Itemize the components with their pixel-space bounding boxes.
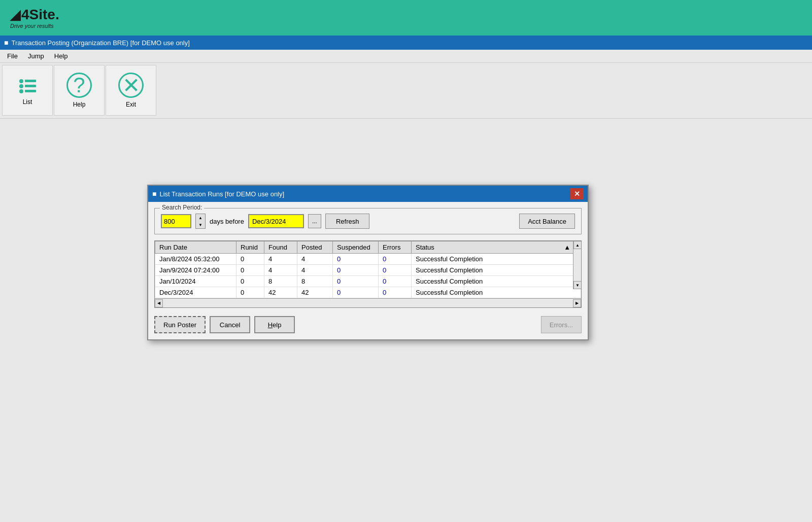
logo-symbol: ◢	[10, 7, 20, 23]
col-header-run-date: Run Date	[155, 241, 236, 254]
table-cell: 0	[379, 276, 412, 287]
table-cell: 0	[236, 276, 264, 287]
menu-bar: File Jump Help	[0, 50, 812, 63]
dialog-footer: Run Poster Cancel Help Errors...	[154, 314, 582, 333]
title-bar-icon: ■	[4, 39, 8, 47]
col-header-suspended: Suspended	[333, 241, 379, 254]
toolbar: List ? Help ✕ Exit	[0, 63, 812, 119]
col-header-errors: Errors	[379, 241, 412, 254]
cancel-button[interactable]: Cancel	[210, 316, 250, 333]
svg-point-0	[19, 79, 23, 83]
table-cell: Successful Completion	[412, 276, 581, 287]
scroll-up-button[interactable]: ▲	[573, 241, 581, 249]
logo-tagline: Drive your results	[10, 23, 59, 29]
search-period-row: ▲ ▼ days before ... Refresh Acct Balance	[161, 214, 575, 229]
acct-balance-button[interactable]: Acct Balance	[519, 214, 575, 229]
table-cell: 0	[333, 265, 379, 276]
top-bar: ◢ 4Site. Drive your results	[0, 0, 812, 36]
table-cell: 8	[264, 276, 297, 287]
help-underline-h: Help	[268, 321, 282, 329]
table-row[interactable]: Jan/10/202408800Successful Completion	[155, 276, 581, 287]
spinner-down-button[interactable]: ▼	[196, 221, 205, 228]
date-input[interactable]	[248, 214, 304, 228]
date-picker-button[interactable]: ...	[308, 214, 321, 228]
days-label-text: days before	[210, 218, 244, 225]
table-cell: Dec/3/2024	[155, 287, 236, 298]
col-header-runid: Runid	[236, 241, 264, 254]
table-cell: 0	[379, 287, 412, 298]
scroll-track-horizontal[interactable]	[163, 299, 573, 307]
help-icon: ?	[66, 73, 92, 98]
days-input[interactable]	[161, 214, 191, 228]
scroll-down-button[interactable]: ▼	[573, 281, 581, 289]
table-cell: Successful Completion	[412, 287, 581, 298]
table-row[interactable]: Jan/8/2024 05:32:0004400Successful Compl…	[155, 254, 581, 265]
col-header-status: Status ▲	[412, 241, 581, 254]
table-container: Run Date Runid Found Posted Suspended Er…	[154, 240, 582, 308]
table-cell: 42	[264, 287, 297, 298]
dialog-title-text: List Transaction Runs [for DEMO use only…	[159, 190, 284, 198]
toolbar-exit-button[interactable]: ✕ Exit	[106, 65, 156, 116]
table-cell: 4	[264, 265, 297, 276]
title-bar: ■ Transaction Posting (Organization BRE)…	[0, 36, 812, 50]
search-period-group: Search Period: ▲ ▼ days before ... Refre…	[154, 208, 582, 234]
exit-icon: ✕	[118, 73, 144, 98]
scroll-left-button[interactable]: ◀	[155, 299, 163, 307]
list-icon	[17, 75, 38, 95]
table-body: Jan/8/2024 05:32:0004400Successful Compl…	[155, 254, 581, 298]
title-bar-text: Transaction Posting (Organization BRE) […	[11, 39, 189, 47]
svg-rect-4	[25, 85, 36, 87]
toolbar-list-button[interactable]: List	[2, 65, 53, 116]
table-cell: 0	[333, 276, 379, 287]
dialog-close-button[interactable]: ✕	[570, 188, 584, 199]
modal-overlay: ■ List Transaction Runs [for DEMO use on…	[0, 119, 812, 522]
table-cell: 4	[264, 254, 297, 265]
table-cell: 0	[236, 254, 264, 265]
refresh-button[interactable]: Refresh	[325, 214, 370, 229]
menu-file[interactable]: File	[2, 51, 23, 61]
run-poster-button[interactable]: Run Poster	[154, 316, 206, 333]
dialog-body: Search Period: ▲ ▼ days before ... Refre…	[148, 202, 588, 339]
table-cell: 0	[333, 287, 379, 298]
table-row[interactable]: Dec/3/20240424200Successful Completion	[155, 287, 581, 298]
days-spinner: ▲ ▼	[195, 214, 206, 229]
errors-button[interactable]: Errors...	[541, 316, 582, 333]
table-cell: Successful Completion	[412, 254, 581, 265]
logo-text: 4Site.	[21, 8, 59, 22]
help-button[interactable]: Help	[254, 316, 295, 333]
table-cell: 8	[297, 276, 333, 287]
svg-point-2	[19, 89, 23, 93]
table-cell: 42	[297, 287, 333, 298]
spinner-up-button[interactable]: ▲	[196, 214, 205, 221]
table-cell: 0	[333, 254, 379, 265]
table-cell: Successful Completion	[412, 265, 581, 276]
table-vertical-scrollbar[interactable]: ▲ ▼	[573, 241, 581, 289]
dialog-title-bar: ■ List Transaction Runs [for DEMO use on…	[148, 186, 588, 202]
table-cell: 0	[236, 265, 264, 276]
col-header-found: Found	[264, 241, 297, 254]
table-cell: 0	[379, 254, 412, 265]
dialog-title-left: ■ List Transaction Runs [for DEMO use on…	[152, 190, 284, 198]
search-period-legend: Search Period:	[160, 204, 204, 211]
table-cell: 4	[297, 254, 333, 265]
table-cell: Jan/10/2024	[155, 276, 236, 287]
table-header-row: Run Date Runid Found Posted Suspended Er…	[155, 241, 581, 254]
menu-help[interactable]: Help	[49, 51, 73, 61]
toolbar-list-label: List	[23, 98, 32, 106]
table-cell: 0	[379, 265, 412, 276]
svg-point-1	[19, 84, 23, 88]
toolbar-help-button[interactable]: ? Help	[54, 65, 105, 116]
svg-rect-5	[25, 90, 36, 92]
dialog-title-icon: ■	[152, 190, 156, 198]
scroll-track-vertical[interactable]	[573, 249, 581, 281]
table-horizontal-scrollbar[interactable]: ◀ ▶	[155, 298, 581, 307]
menu-jump[interactable]: Jump	[23, 51, 49, 61]
table-row[interactable]: Jan/9/2024 07:24:0004400Successful Compl…	[155, 265, 581, 276]
data-table: Run Date Runid Found Posted Suspended Er…	[155, 241, 581, 298]
table-cell: 0	[236, 287, 264, 298]
table-cell: Jan/9/2024 07:24:00	[155, 265, 236, 276]
logo: ◢ 4Site. Drive your results	[10, 7, 59, 29]
toolbar-exit-label: Exit	[126, 101, 136, 108]
col-header-posted: Posted	[297, 241, 333, 254]
scroll-right-button[interactable]: ▶	[573, 299, 581, 307]
